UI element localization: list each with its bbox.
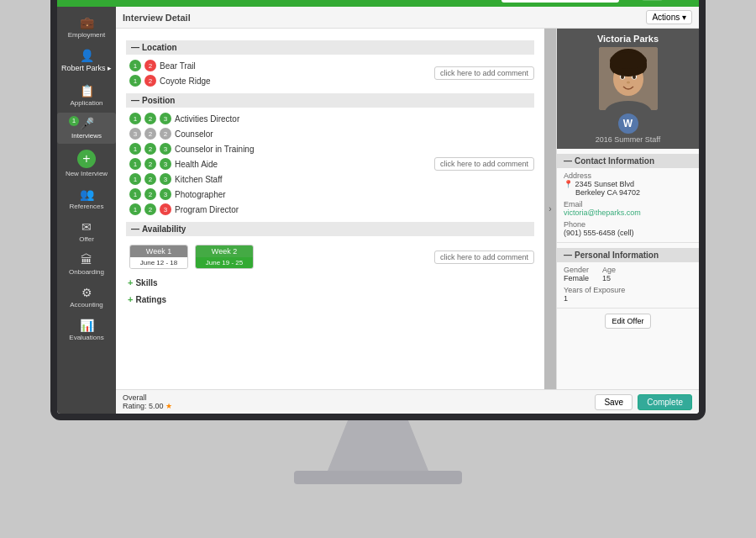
position-section-header: — Position xyxy=(126,93,534,108)
num-2: 2 xyxy=(144,203,156,215)
employment-icon: 💼 xyxy=(80,16,94,29)
num-3: 3 xyxy=(160,158,171,170)
age-value: 15 xyxy=(602,274,616,282)
address-street: 2345 Sunset Blvd xyxy=(575,180,635,188)
rating-star-icon: ★ xyxy=(165,402,172,410)
email-link[interactable]: victoria@theparks.com xyxy=(564,208,641,217)
age-label: Age xyxy=(602,266,616,274)
num-2: 2 xyxy=(144,75,156,87)
actions-button[interactable]: Actions ▾ xyxy=(646,10,692,24)
sidebar-item-application[interactable]: 📋 Application xyxy=(57,80,116,111)
personal-info-label: Personal Information xyxy=(575,251,659,260)
right-panel: Victoria Parks xyxy=(556,29,699,389)
location-pin-icon: 📍 xyxy=(564,180,573,188)
exposure-label: Years of Exposure xyxy=(564,286,692,294)
phone-value: (901) 555-6458 (cell) xyxy=(564,229,692,237)
application-icon: 📋 xyxy=(80,84,94,98)
location-comment-button[interactable]: click here to add comment xyxy=(434,66,534,80)
sidebar-item-new-interview[interactable]: + New Interview xyxy=(57,145,116,182)
accounting-icon: ⚙ xyxy=(81,286,92,299)
menu-icon[interactable]: ≡ xyxy=(62,0,69,1)
new-interview-plus: + xyxy=(77,150,96,168)
staff-year: 2016 Summer Staff xyxy=(562,135,694,144)
contact-info-label: Contact Information xyxy=(575,156,654,166)
evaluations-icon: 📊 xyxy=(80,319,94,332)
availability-dash: — xyxy=(131,224,139,234)
interviews-icon: 🎤 xyxy=(80,117,94,130)
num-1: 1 xyxy=(129,75,141,87)
skills-label: Skills xyxy=(135,278,157,287)
list-item: 1 2 Bear Trail xyxy=(126,58,434,73)
sub-header: Interview Detail Actions ▾ xyxy=(116,7,699,29)
sidebar-item-robert[interactable]: 👤 Robert Parks ▸ xyxy=(57,45,116,78)
address-city: Berkeley CA 94702 xyxy=(564,188,692,197)
skills-row: + Skills xyxy=(126,274,534,291)
interview-panel: — Location 1 2 Bear Trail xyxy=(116,29,544,389)
main-content: Interview Detail Actions ▾ — Locatio xyxy=(116,7,699,414)
content-area: — Location 1 2 Bear Trail xyxy=(116,29,699,389)
personal-dash: — xyxy=(564,251,572,260)
location-coyote-ridge: Coyote Ridge xyxy=(160,76,211,86)
sidebar-item-offer[interactable]: ✉ Offer xyxy=(57,216,116,247)
personal-info-header: — Personal Information xyxy=(557,248,699,262)
num-2: 2 xyxy=(144,113,156,124)
sidebar-item-evaluations[interactable]: 📊 Evaluations xyxy=(57,314,116,345)
location-dash: — xyxy=(131,43,139,52)
num-1: 1 xyxy=(129,203,141,215)
list-item: 1 2 3 Counselor in Training xyxy=(126,141,434,156)
list-item: 1 2 3 Program Director xyxy=(126,202,434,217)
num-2: 2 xyxy=(144,128,156,140)
sidebar-item-references[interactable]: 👥 References xyxy=(57,183,116,214)
position-counselor-training: Counselor in Training xyxy=(175,145,255,154)
monitor: ≡ Victoria's Application (current) ★ ↗ ↓… xyxy=(50,0,706,420)
num-3: 3 xyxy=(160,173,171,185)
week-2-header: Week 2 xyxy=(196,245,253,257)
email-value: victoria@theparks.com xyxy=(564,208,692,217)
footer-bar: Overall Rating: 5.00 ★ Save Complete xyxy=(116,389,699,414)
sidebar-item-onboarding[interactable]: 🏛 Onboarding xyxy=(57,249,116,280)
user-menu[interactable]: Ct▾ xyxy=(642,0,663,1)
address-label: Address xyxy=(564,171,692,180)
candidate-name: Victoria Parks xyxy=(562,34,694,44)
skills-expand-button[interactable]: + xyxy=(128,277,133,287)
num-3: 3 xyxy=(160,143,171,155)
num-1: 1 xyxy=(129,113,141,124)
sidebar-item-accounting[interactable]: ⚙ Accounting xyxy=(57,282,116,313)
rating-value: 5.00 xyxy=(149,402,164,410)
location-items: 1 2 Bear Trail 1 2 Coyote Ridge xyxy=(126,58,434,88)
availability-comment-button[interactable]: click here to add comment xyxy=(434,251,534,264)
week-2-box[interactable]: Week 2 June 19 - 25 xyxy=(195,245,254,269)
svg-point-9 xyxy=(610,52,647,69)
sidebar-item-interviews[interactable]: 1 🎤 Interviews xyxy=(57,113,116,144)
complete-button[interactable]: Complete xyxy=(638,394,692,410)
age-col: Age 15 xyxy=(602,262,616,282)
week-1-dates: June 12 - 18 xyxy=(130,257,187,268)
num-2: 2 xyxy=(144,188,156,200)
position-dash: — xyxy=(131,96,139,105)
panel-toggle[interactable]: › xyxy=(544,29,556,389)
exposure-value: 1 xyxy=(564,294,692,303)
monitor-stand-assembly xyxy=(294,420,462,484)
candidate-photo-svg xyxy=(599,47,658,110)
address-value: 📍 2345 Sunset Blvd xyxy=(564,180,692,188)
list-item: 1 2 3 Kitchen Staff xyxy=(126,171,434,187)
list-item: 1 2 3 Activities Director xyxy=(126,111,434,126)
location-bear-trail: Bear Trail xyxy=(160,61,196,71)
position-program-director: Program Director xyxy=(175,205,239,214)
contact-dash: — xyxy=(564,156,572,166)
availability-section-header: — Availability xyxy=(126,222,534,236)
monitor-base xyxy=(294,471,462,484)
ratings-expand-button[interactable]: + xyxy=(128,294,133,304)
position-comment-button[interactable]: click here to add comment xyxy=(434,157,534,171)
sidebar: 💼 Employment 👤 Robert Parks ▸ 📋 Applicat… xyxy=(57,7,116,414)
position-health-aide: Health Aide xyxy=(175,160,218,169)
search-input[interactable] xyxy=(501,0,619,3)
page-title: Interview Detail xyxy=(123,13,191,23)
location-row: 1 2 Bear Trail 1 2 Coyote Ridge xyxy=(126,58,534,88)
num-2: 2 xyxy=(144,173,156,185)
save-button[interactable]: Save xyxy=(595,394,633,410)
position-activities: Activities Director xyxy=(175,114,239,124)
sidebar-item-employment[interactable]: 💼 Employment xyxy=(57,12,116,43)
svg-point-7 xyxy=(627,82,630,84)
edit-offer-button[interactable]: Edit Offer xyxy=(605,314,652,329)
